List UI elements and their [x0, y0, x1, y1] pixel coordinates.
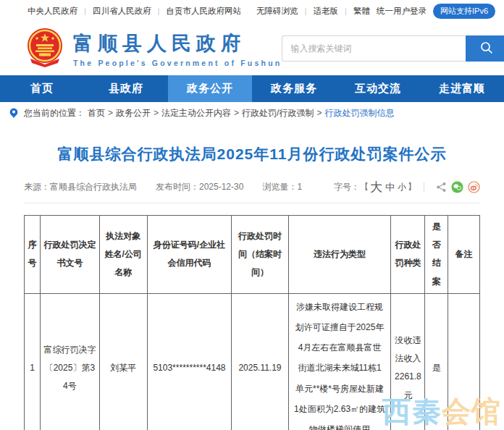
- breadcrumb-gov-openness[interactable]: 政务公开: [116, 107, 151, 119]
- article-meta: 来源：富顺县综合行政执法局 发布时间：2025-12-30 浏览量：1 字号： …: [24, 179, 480, 203]
- topbar-link-unified-login[interactable]: 统一用户登录: [377, 6, 427, 17]
- cell-decision-doc: 富综行罚决字〔2025〕第34号: [41, 293, 100, 430]
- breadcrumb-home[interactable]: 首页: [88, 107, 105, 119]
- col-header-decision-doc: 行政处罚决定 书文号: [41, 216, 100, 294]
- topbar-link-sichuan-gov[interactable]: 四川省人民政府: [93, 6, 151, 17]
- topbar-right-links: 无障碍浏览 | 适老版 | 繁體 统一用户登录 网站支持IPv6: [256, 4, 495, 19]
- fontsize-label: 字号：: [334, 181, 360, 193]
- table-row: 1 富综行罚决字〔2025〕第34号 刘某平 5103**********414…: [25, 293, 480, 430]
- cell-subject-name: 刘某平: [99, 293, 147, 430]
- col-header-penalty-date: 行政处罚时间（结案时间）: [232, 216, 289, 294]
- breadcrumb: 您当前的位置： 首页 > 政务公开 > 法定主动公开内容 > 行政处罚/行政强制…: [0, 102, 504, 124]
- site-brand[interactable]: 富顺县人民政府 The People's Government of Fushu…: [26, 27, 282, 70]
- divider: |: [345, 7, 347, 15]
- nav-item-gov-openness[interactable]: 政务公开: [168, 75, 252, 102]
- cell-penalty-date: 2025.11.19: [232, 293, 289, 430]
- cell-index: 1: [25, 293, 41, 430]
- search-input[interactable]: [282, 35, 466, 62]
- col-header-remark: 备注: [448, 216, 479, 294]
- topbar-link-accessibility[interactable]: 无障碍浏览: [256, 6, 298, 17]
- fontsize-small-button[interactable]: 小: [398, 181, 406, 193]
- weibo-share-icon[interactable]: [468, 181, 480, 193]
- divider: |: [158, 7, 160, 15]
- nav-item-gov-services[interactable]: 政务服务: [252, 75, 336, 102]
- breadcrumb-separator: >: [154, 108, 159, 118]
- national-emblem-icon: [26, 27, 64, 70]
- col-header-subject-name: 执法对象姓名/公司名称: [99, 216, 147, 294]
- topbar-left-links: 中央人民政府 | 四川省人民政府 | 自贡市人民政府网站: [28, 6, 241, 17]
- site-title: 富顺县人民政府: [73, 30, 282, 56]
- page-title: 富顺县综合行政执法局2025年11月份行政处罚案件公示: [29, 144, 475, 164]
- article-content: 富顺县综合行政执法局2025年11月份行政处罚案件公示 来源：富顺县综合行政执法…: [0, 144, 504, 430]
- fontsize-large-button[interactable]: 大: [370, 179, 382, 195]
- article-source: 来源：富顺县综合行政执法局: [24, 181, 137, 193]
- search-button[interactable]: [466, 35, 504, 62]
- ipv6-badge[interactable]: 网站支持IPv6: [433, 4, 495, 19]
- topbar-link-central-gov[interactable]: 中央人民政府: [28, 6, 77, 17]
- nav-item-county-gov[interactable]: 县政府: [84, 75, 168, 102]
- divider: [424, 182, 424, 192]
- divider: |: [304, 7, 306, 15]
- col-header-penalty-type: 行政处罚种类: [391, 216, 425, 294]
- page: 中央人民政府 | 四川省人民政府 | 自贡市人民政府网站 无障碍浏览 | 适老版…: [0, 0, 504, 430]
- breadcrumb-penalty-enforcement[interactable]: 行政处罚/行政强制: [242, 107, 314, 119]
- breadcrumb-current-page[interactable]: 行政处罚强制信息: [324, 107, 394, 119]
- breadcrumb-separator: >: [108, 108, 113, 118]
- cell-case-closed: 是: [425, 293, 448, 430]
- search-icon: [479, 41, 494, 57]
- article-view-count: 浏览量：1: [262, 181, 302, 193]
- location-pin-icon: [9, 108, 19, 118]
- cell-penalty-type: 没收违法收入2261.8元: [391, 293, 425, 430]
- cell-id-code: 5103**********4148: [147, 293, 231, 430]
- nav-item-home[interactable]: 首页: [0, 75, 84, 102]
- topbar-link-elder-version[interactable]: 适老版: [313, 6, 338, 17]
- nav-item-interaction[interactable]: 互动交流: [336, 75, 420, 102]
- col-header-id-code: 身份证号码/企业社会信用代码: [147, 216, 231, 294]
- article-tools: 字号： 【 大 中 小 】: [334, 179, 480, 195]
- bracket: 】: [408, 181, 416, 193]
- breadcrumb-prefix: 您当前的位置：: [24, 107, 85, 119]
- site-title-block: 富顺县人民政府 The People's Government of Fushu…: [73, 30, 282, 67]
- fontsize-medium-button[interactable]: 中: [385, 181, 395, 194]
- nav-item-about-fushun[interactable]: 走进富顺: [420, 75, 504, 102]
- cell-violation-type: 涉嫌未取得建设工程规划许可证擅自于2025年4月左右在富顺县富世街道北湖未来城1…: [288, 293, 391, 430]
- wechat-share-icon[interactable]: [451, 181, 463, 193]
- col-header-case-closed: 是否结案: [425, 216, 448, 294]
- col-header-violation-type: 违法行为类型: [288, 216, 391, 294]
- topbar-link-zigong-gov[interactable]: 自贡市人民政府网站: [167, 6, 242, 17]
- penalty-table: 序号 行政处罚决定 书文号 执法对象姓名/公司名称 身份证号码/企业社会信用代码…: [24, 215, 480, 430]
- site-header: 富顺县人民政府 The People's Government of Fushu…: [0, 22, 504, 75]
- breadcrumb-separator: >: [316, 108, 322, 118]
- share-icon[interactable]: [436, 182, 447, 193]
- breadcrumb-separator: >: [234, 108, 239, 118]
- main-nav: 首页 县政府 政务公开 政务服务 互动交流 走进富顺: [0, 75, 504, 102]
- top-utility-bar: 中央人民政府 | 四川省人民政府 | 自贡市人民政府网站 无障碍浏览 | 适老版…: [0, 0, 504, 22]
- divider: |: [84, 7, 86, 15]
- site-search: [282, 35, 504, 62]
- bracket: 【: [360, 181, 369, 193]
- table-header-row: 序号 行政处罚决定 书文号 执法对象姓名/公司名称 身份证号码/企业社会信用代码…: [25, 216, 480, 294]
- site-title-english: The People's Government of Fushun: [73, 59, 282, 67]
- cell-remark: [448, 293, 479, 430]
- topbar-link-traditional-chinese[interactable]: 繁體: [353, 6, 370, 17]
- breadcrumb-statutory-disclosure[interactable]: 法定主动公开内容: [161, 107, 231, 119]
- article-publish-date: 发布时间：2025-12-30: [156, 181, 243, 193]
- col-header-index: 序号: [25, 216, 41, 294]
